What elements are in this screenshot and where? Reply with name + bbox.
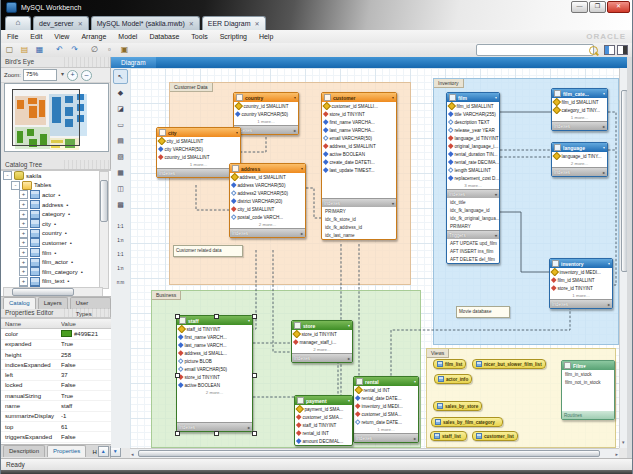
toggle-sidebar-icon[interactable] [604, 45, 615, 55]
section-arrow-icon[interactable]: ▸ [603, 170, 605, 175]
expand-icon[interactable]: + [19, 210, 28, 219]
menu-view[interactable]: View [48, 33, 75, 40]
property-row-height[interactable]: height258 [1, 350, 111, 360]
tab-close-icon[interactable]: ✕ [78, 20, 83, 27]
section-arrow-icon[interactable]: ▾ [495, 192, 497, 197]
table-header[interactable]: language▾ [552, 143, 607, 152]
tree-item-city[interactable]: +city• [1, 219, 111, 229]
section-indexes[interactable]: Indexes▸ [292, 353, 352, 362]
section-indexes[interactable]: Indexes▸ [552, 121, 607, 130]
property-row-expanded[interactable]: expandedTrue [1, 340, 111, 350]
collapse-arrow-icon[interactable]: ▾ [414, 379, 416, 384]
section-arrow-icon[interactable]: ▾ [495, 233, 497, 238]
table-header[interactable]: city▾ [157, 128, 240, 137]
table-header[interactable]: country▾ [234, 93, 298, 102]
close-button[interactable]: ✕ [607, 1, 630, 13]
view-film_list[interactable]: film_list [433, 359, 466, 369]
section-arrow-icon[interactable]: ▾ [392, 201, 394, 206]
document-tab-eer[interactable]: EER Diagram✕ [202, 16, 266, 30]
section-arrow-icon[interactable]: ▸ [348, 356, 350, 361]
table-header[interactable]: film_cate...▾ [552, 89, 607, 98]
selection-handle[interactable] [252, 314, 257, 319]
menu-tools[interactable]: Tools [185, 33, 213, 40]
collapse-icon[interactable]: - [11, 181, 20, 190]
rel-1-n-non-identifying-tool[interactable]: 1:n [114, 234, 127, 247]
minimize-button[interactable]: — [571, 1, 588, 13]
rel-n-m-identifying-tool[interactable]: n:m [114, 276, 127, 289]
tree-item-film_category[interactable]: +film_category• [1, 267, 111, 277]
property-row-name[interactable]: namestaff [1, 401, 111, 411]
expand-icon[interactable]: + [19, 190, 28, 199]
section-triggers[interactable]: Triggers▾ [447, 230, 499, 239]
collapse-arrow-icon[interactable]: ▾ [301, 166, 303, 171]
tree-item-film[interactable]: +film• [1, 248, 111, 258]
table-store[interactable]: store▾store_id TINYINTmanager_staff_i...… [291, 320, 353, 363]
tree-item-sakila[interactable]: -sakila [1, 171, 111, 181]
titlebar[interactable]: MySQL Workbench — ❐ ✕ [1, 0, 633, 15]
tree-item-Tables[interactable]: -Tables [1, 181, 111, 191]
table-header[interactable]: store▾ [292, 321, 352, 330]
hand-tool[interactable]: ◆ [113, 85, 128, 100]
layer-tool[interactable]: ▭ [113, 117, 128, 132]
section-arrow-icon[interactable]: ▸ [294, 128, 296, 133]
tree-item-film_text[interactable]: +film_text• [1, 277, 111, 287]
collapse-icon[interactable]: - [3, 171, 12, 180]
table-language[interactable]: language▾language_id TINY...2 more...Ind… [551, 142, 608, 177]
collapse-arrow-icon[interactable]: ▾ [236, 130, 238, 135]
collapse-arrow-icon[interactable]: ▾ [583, 363, 586, 369]
tab-close-icon[interactable]: ✕ [255, 20, 260, 27]
section-indexes[interactable]: Indexes▸ [234, 125, 298, 134]
section-indexes[interactable]: Indexes▾ [322, 198, 396, 207]
menu-help[interactable]: Help [253, 33, 279, 40]
history-up-button[interactable]: ▲ [98, 446, 109, 457]
table-header[interactable]: customer▾ [322, 93, 396, 102]
menu-arrange[interactable]: Arrange [75, 33, 112, 40]
section-arrow-icon[interactable]: ▸ [301, 231, 303, 236]
diagram-tab[interactable]: Diagram [111, 57, 156, 68]
maximize-button[interactable]: ❐ [589, 1, 606, 13]
rel-1-1-identifying-tool[interactable]: 1:1 [114, 248, 127, 261]
expand-icon[interactable]: + [19, 229, 28, 238]
collapse-arrow-icon[interactable]: ▾ [608, 261, 610, 266]
diagram-horizontal-scrollbar[interactable]: ◂ ▸ [130, 448, 619, 458]
scroll-left-arrow-icon[interactable]: ◂ [131, 450, 134, 458]
table-inventory[interactable]: inventory▾inventory_id MEDI...film_id SM… [549, 258, 613, 309]
eraser-tool[interactable]: ◪ [113, 101, 128, 116]
zoom-in-icon[interactable]: + [67, 70, 78, 81]
new-layer-icon[interactable]: ▣ [118, 44, 131, 56]
document-tab-dev_server[interactable]: dev_server✕ [33, 16, 89, 30]
selection-handle[interactable] [252, 431, 257, 436]
collapse-arrow-icon[interactable]: ▾ [348, 323, 350, 328]
section-indexes[interactable]: Indexes▸ [354, 433, 418, 442]
table-header[interactable]: address▾ [230, 164, 305, 173]
property-row-top[interactable]: top61 [1, 422, 111, 432]
expand-icon[interactable]: + [19, 238, 28, 247]
catalog-tree-vertical-scrollbar[interactable] [99, 171, 109, 289]
table-payment[interactable]: payment▾payment_id SMA...customer_id SMA… [294, 395, 353, 446]
selection-tool[interactable]: ↖ [113, 69, 128, 84]
table-country[interactable]: country▾country_id SMALLINTcountry VARCH… [233, 92, 299, 135]
section-indexes[interactable]: Indexes▸ [177, 422, 252, 431]
table-header[interactable]: inventory▾ [550, 259, 612, 268]
home-tab[interactable]: ⌂ [5, 16, 31, 30]
routine-group-header[interactable]: Film▾ [562, 361, 614, 370]
document-tab-mysql[interactable]: MySQL Model* (sakila.mwb)✕ [91, 16, 200, 30]
tree-item-category[interactable]: +category• [1, 209, 111, 219]
routine-group-tool[interactable]: ▩ [113, 197, 128, 212]
expand-icon[interactable]: + [19, 248, 28, 257]
expand-icon[interactable]: + [19, 200, 28, 209]
table-tool[interactable]: ▦ [113, 165, 128, 180]
collapse-arrow-icon[interactable]: ▾ [348, 398, 350, 403]
rel-1-n-identifying-tool[interactable]: 1:n [114, 262, 127, 275]
table-staff[interactable]: staff▾staff_id TINYINTfirst_name VARCH..… [176, 315, 253, 432]
tree-item-address[interactable]: +address• [1, 200, 111, 210]
section-arrow-icon[interactable]: ▸ [248, 425, 250, 430]
tab-properties[interactable]: Properties [47, 445, 86, 457]
expand-icon[interactable]: + [19, 267, 28, 276]
new-document-icon[interactable]: ▢ [3, 44, 16, 56]
collapse-arrow-icon[interactable]: ▾ [603, 145, 605, 150]
save-model-icon[interactable]: ▦ [33, 44, 46, 56]
property-row-indicesExpanded[interactable]: indicesExpandedFalse [1, 360, 111, 370]
section-arrow-icon[interactable]: ▸ [414, 436, 416, 441]
menu-database[interactable]: Database [143, 33, 185, 40]
